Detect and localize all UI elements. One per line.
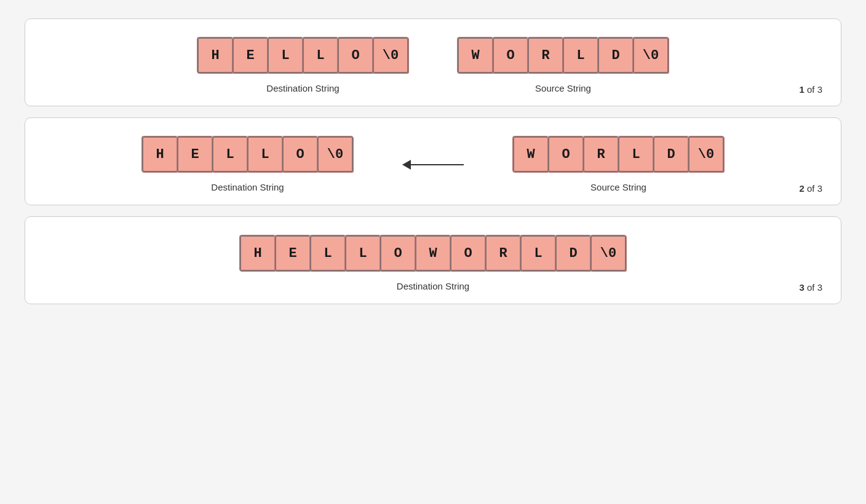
char-cell: O — [493, 37, 528, 73]
char-cell: L — [563, 37, 598, 73]
char-cell: \0 — [633, 37, 669, 73]
char-cell: E — [177, 136, 213, 172]
char-cell: L — [268, 37, 303, 73]
char-cell: L — [212, 136, 248, 172]
char-cell: D — [653, 136, 689, 172]
copy-arrow — [402, 160, 464, 170]
char-cell: E — [275, 235, 311, 271]
arrow-container — [402, 160, 464, 170]
char-cell: L — [303, 37, 338, 73]
char-cell: O — [282, 136, 318, 172]
char-cell: H — [197, 37, 233, 73]
source-array-2: WORLD\0 — [513, 136, 724, 172]
char-cell: L — [310, 235, 346, 271]
page-bold-3: 3 — [799, 282, 804, 293]
char-cell: R — [485, 235, 521, 271]
page-text-2: of 3 — [804, 183, 822, 194]
char-cell: L — [247, 136, 283, 172]
panel-3: HELLOWORLD\0 Destination String 3 of 3 — [25, 216, 841, 304]
arrow-head — [402, 160, 411, 170]
source-group-2: WORLD\0 Source String — [513, 136, 724, 192]
destination-label-1: Destination String — [266, 83, 339, 93]
char-cell: R — [583, 136, 619, 172]
char-cell: \0 — [688, 136, 724, 172]
char-cell: O — [338, 37, 373, 73]
char-cell: \0 — [373, 37, 408, 73]
char-cell: H — [142, 136, 178, 172]
panel-1: HELLO\0 Destination String WORLD\0 Sourc… — [25, 18, 841, 106]
char-cell: W — [513, 136, 549, 172]
page-text-3: of 3 — [804, 282, 822, 293]
char-cell: O — [380, 235, 416, 271]
destination-group-1: HELLO\0 Destination String — [197, 37, 408, 93]
char-cell: D — [598, 37, 634, 73]
strings-row-3: HELLOWORLD\0 Destination String — [50, 235, 816, 291]
source-label-1: Source String — [535, 83, 591, 93]
char-cell: W — [458, 37, 493, 73]
source-group-1: WORLD\0 Source String — [458, 37, 669, 93]
page-indicator-3: 3 of 3 — [799, 282, 822, 293]
destination-label-3: Destination String — [397, 281, 469, 291]
destination-group-3: HELLOWORLD\0 Destination String — [240, 235, 626, 291]
char-cell: L — [618, 136, 654, 172]
char-cell: W — [415, 235, 451, 271]
char-cell: H — [240, 235, 276, 271]
source-label-2: Source String — [590, 182, 646, 192]
page-bold-2: 2 — [799, 183, 804, 194]
destination-array-2: HELLO\0 — [142, 136, 353, 172]
char-cell: E — [232, 37, 268, 73]
page-text-1: of 3 — [804, 84, 822, 95]
char-cell: \0 — [590, 235, 626, 271]
destination-label-2: Destination String — [211, 182, 284, 192]
source-array-1: WORLD\0 — [458, 37, 669, 73]
destination-array-3: HELLOWORLD\0 — [240, 235, 626, 271]
arrow-line — [411, 164, 464, 165]
panel-2: HELLO\0 Destination String WORLD\0 Sourc… — [25, 117, 841, 205]
char-cell: R — [528, 37, 563, 73]
char-cell: L — [345, 235, 381, 271]
strings-row-1: HELLO\0 Destination String WORLD\0 Sourc… — [50, 37, 816, 93]
char-cell: O — [548, 136, 584, 172]
char-cell: O — [450, 235, 486, 271]
page-indicator-2: 2 of 3 — [799, 183, 822, 194]
char-cell: L — [520, 235, 556, 271]
strings-row-2: HELLO\0 Destination String WORLD\0 Sourc… — [50, 136, 816, 192]
page-bold-1: 1 — [799, 84, 804, 95]
char-cell: D — [555, 235, 591, 271]
destination-array-1: HELLO\0 — [197, 37, 408, 73]
char-cell: \0 — [317, 136, 353, 172]
destination-group-2: HELLO\0 Destination String — [142, 136, 353, 192]
page-indicator-1: 1 of 3 — [799, 84, 822, 95]
